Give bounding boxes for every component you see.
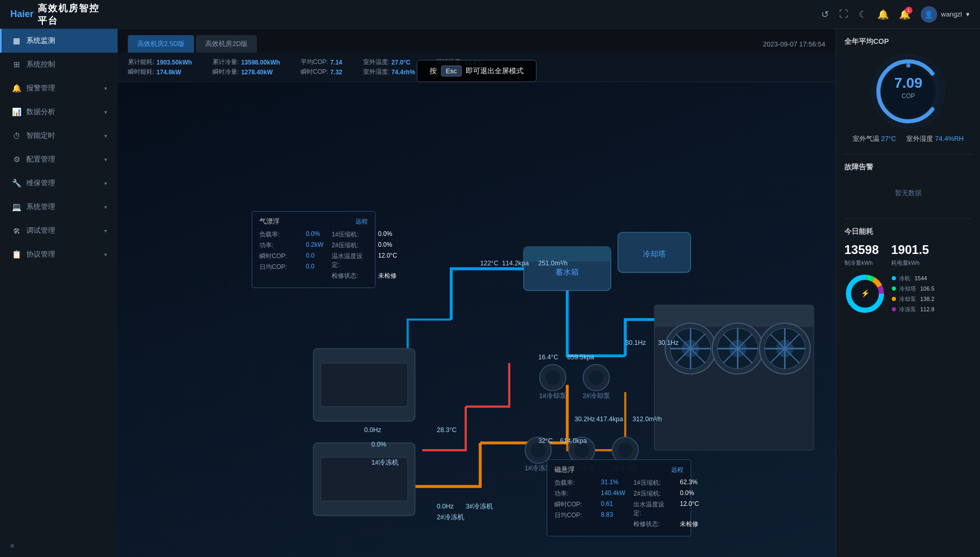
svg-text:0.0Hz: 0.0Hz (364, 426, 381, 434)
avg-cop-label: 平均COP: (301, 58, 328, 67)
user-menu[interactable]: 👤 wangzl ▾ (921, 6, 970, 23)
cop-gauge-svg: 7.09 COP (870, 53, 947, 130)
svg-text:30.1Hz: 30.1Hz (658, 339, 679, 346)
debug-icon: 🛠 (12, 226, 21, 235)
svg-point-76 (906, 63, 910, 68)
popup-cijiao-link[interactable]: 远程 (671, 466, 683, 474)
sidebar-label-protocol-mgmt: 协议管理 (26, 250, 55, 259)
config-icon: ⚙ (12, 155, 21, 164)
cum-power-value: 1903.50kWh (156, 59, 192, 66)
debug-arrow-icon: ▾ (104, 228, 107, 234)
fullscreen-icon[interactable]: ⛶ (839, 9, 848, 20)
popup-cijiao: 磁悬浮 远程 负载率: 31.1% 功率: 140.4kW (547, 459, 691, 536)
cop-section: 全年平均COP (844, 37, 972, 144)
svg-text:7.09: 7.09 (894, 75, 922, 91)
svg-text:1#冷冻机: 1#冷冻机 (371, 459, 399, 466)
svg-text:COP: COP (901, 92, 914, 100)
power-value: 1901.5 (891, 243, 929, 257)
alarm-arrow-icon: ▾ (104, 85, 107, 92)
svg-point-44 (575, 443, 589, 457)
legend-item-0: 冷机 1544 (892, 275, 935, 282)
sidebar-item-smart-timer[interactable]: ⏱ 智能定时 ▾ (0, 124, 118, 148)
svg-text:冷却塔: 冷却塔 (643, 249, 666, 258)
svg-text:3#冷冻机: 3#冷冻机 (466, 503, 493, 510)
popup-cijiao-row-1: 功率: 140.4kW (554, 489, 625, 498)
popup-qipiao-link[interactable]: 远程 (355, 217, 368, 226)
popup-qipiao-r-row-0: 1#压缩机: 0.0% (332, 230, 397, 239)
control-icon: ⊞ (12, 60, 21, 69)
sidebar-item-system-control[interactable]: ⊞ 系统控制 (0, 53, 118, 76)
legend-val-2: 138.2 (920, 296, 935, 302)
sysmgmt-arrow-icon: ▾ (104, 204, 107, 211)
donut-legend: 冷机 1544 冷却塔 106.5 冷却泵 138.2 (892, 275, 935, 313)
esc-hint: 按 Esc 即可退出全屏模式 (417, 60, 536, 82)
popup-qipiao-row-1: 功率: 0.2kW (259, 241, 323, 250)
esc-key: Esc (441, 66, 462, 76)
svg-text:28.3°C: 28.3°C (437, 426, 457, 434)
notification-icon[interactable]: 🔔 1 (899, 9, 910, 20)
svg-text:30.2Hz: 30.2Hz (575, 416, 595, 423)
protocol-arrow-icon: ▾ (104, 251, 107, 258)
avg-cop-value: 7.14 (330, 59, 342, 66)
svg-text:2#冷却泵: 2#冷却泵 (582, 392, 610, 400)
legend-label-0: 冷机 (899, 275, 910, 282)
cool-energy-item: 13598 制冷量kWh (844, 243, 879, 267)
sidebar-logo: Haier 高效机房智控平台 (0, 0, 118, 29)
svg-text:0.0%: 0.0% (371, 441, 386, 448)
sidebar-item-maintenance[interactable]: 🔧 维保管理 ▾ (0, 171, 118, 195)
sidebar-item-data-analysis[interactable]: 📊 数据分析 ▾ (0, 100, 118, 124)
popup-qipiao-row-0: 负载率: 0.0% (259, 230, 323, 239)
cum-power-stat: 累计能耗: 1903.50kWh 瞬时能耗: 174.8kW (128, 58, 192, 76)
legend-val-0: 1544 (914, 275, 927, 281)
popup-qipiao-r-row-3: 检修状态: 未检修 (332, 272, 397, 280)
cop-outer-ring: 7.09 COP (870, 53, 947, 130)
sidebar-label-config-mgmt: 配置管理 (26, 155, 55, 164)
legend-dot-2 (892, 297, 896, 301)
main-content: ↺ ⛶ ☾ 🔔 🔔 1 👤 wangzl ▾ 高效机房2.5D版 高效机房2D版… (118, 0, 980, 557)
maintenance-icon: 🔧 (12, 179, 21, 188)
fault-no-data: 暂无数据 (844, 178, 972, 208)
cum-cool-label: 累计冷量: (213, 58, 239, 67)
legend-item-3: 冷冻泵 112.8 (892, 306, 935, 313)
outdoor-temp-value: 27.0°C (391, 59, 411, 66)
sound-icon[interactable]: 🔔 (877, 9, 889, 20)
weather-humidity: 室外湿度 74.4%RH (906, 134, 963, 144)
sidebar-item-system-monitor[interactable]: ▦ 系统监测 (0, 29, 118, 53)
sidebar: Haier 高效机房智控平台 ▦ 系统监测 ⊞ 系统控制 🔔 报警管理 ▾ 📊 … (0, 0, 118, 557)
svg-point-35 (546, 370, 560, 385)
tab-2d[interactable]: 高效机房2D版 (196, 35, 257, 53)
cool-value: 13598 (844, 243, 879, 257)
donut-area: ⚡ 冷机 1544 冷却塔 106.5 (844, 273, 972, 314)
refresh-icon[interactable]: ↺ (821, 9, 829, 20)
sidebar-label-debug-mgmt: 调试管理 (26, 226, 55, 235)
sidebar-item-alarm-mgmt[interactable]: 🔔 报警管理 ▾ (0, 76, 118, 100)
avatar: 👤 (921, 6, 937, 23)
legend-label-3: 冷冻泵 (899, 306, 916, 313)
svg-text:1#冷却泵: 1#冷却泵 (539, 392, 566, 400)
legend-val-1: 106.5 (920, 285, 935, 292)
sidebar-footer[interactable]: ≡ (0, 535, 118, 557)
cum-cool-value: 13598.00kWh (241, 59, 280, 66)
tab-bar: 高效机房2.5D版 高效机房2D版 2023-09-07 17:56:54 (118, 29, 836, 53)
alarm-icon: 🔔 (12, 84, 21, 93)
tab-25d[interactable]: 高效机房2.5D版 (128, 35, 194, 53)
outdoor-humidity-label: 室外湿度: (363, 68, 389, 76)
sidebar-item-protocol-mgmt[interactable]: 📋 协议管理 ▾ (0, 243, 118, 266)
timer-icon: ⏱ (12, 131, 21, 140)
svg-rect-30 (321, 363, 408, 406)
legend-item-2: 冷却泵 138.2 (892, 295, 935, 303)
theme-icon[interactable]: ☾ (859, 9, 867, 20)
legend-dot-1 (892, 287, 896, 291)
svg-text:859.5kpa: 859.5kpa (567, 354, 595, 361)
popup-cijiao-r-row-3: 检修状态: 未检修 (633, 520, 699, 529)
legend-val-3: 112.8 (920, 306, 935, 312)
cum-power-label: 累计能耗: (128, 58, 154, 67)
sidebar-label-sys-mgmt: 系统管理 (26, 202, 55, 212)
sidebar-item-debug-mgmt[interactable]: 🛠 调试管理 ▾ (0, 219, 118, 243)
power-label: 耗电量kWh (891, 259, 929, 267)
sidebar-item-config-mgmt[interactable]: ⚙ 配置管理 ▾ (0, 148, 118, 171)
popup-cijiao-r-row-2: 出水温度设定: 12.0°C (633, 500, 699, 518)
svg-text:32°C: 32°C (538, 437, 553, 444)
sidebar-item-sys-mgmt[interactable]: 💻 系统管理 ▾ (0, 195, 118, 219)
analysis-arrow-icon: ▾ (104, 109, 107, 116)
